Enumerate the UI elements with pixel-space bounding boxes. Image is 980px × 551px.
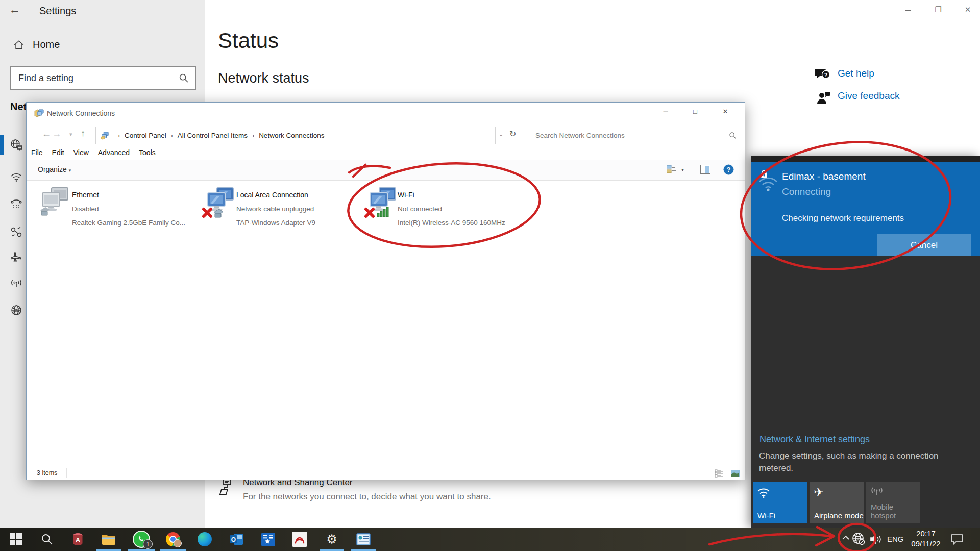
refresh-icon[interactable]: ↻: [509, 129, 516, 139]
tray-clock[interactable]: 20:17 09/11/22: [908, 529, 944, 549]
taskbar-control-panel-icon[interactable]: [348, 528, 379, 551]
svg-text:?: ?: [824, 72, 828, 78]
menu-view[interactable]: View: [74, 148, 89, 157]
give-feedback-icon: [816, 91, 831, 105]
settings-search-box: [10, 66, 196, 90]
menu-tools[interactable]: Tools: [139, 148, 156, 157]
flyout-top-strip: [751, 156, 980, 162]
cancel-button[interactable]: Cancel: [877, 234, 971, 256]
sidebar-item-home[interactable]: Home: [13, 39, 60, 51]
breadcrumb-all-items[interactable]: All Control Panel Items: [178, 132, 248, 139]
flyout-network-item[interactable]: Edimax - basement Connecting Checking ne…: [751, 162, 980, 256]
window-icon: [34, 108, 44, 118]
breadcrumb-control-panel[interactable]: Control Panel: [125, 132, 166, 139]
statusbar-divider: [66, 468, 67, 478]
sidebar-item-vpn-icon[interactable]: [10, 226, 23, 239]
settings-restore-button[interactable]: ❐: [923, 0, 953, 19]
taskbar-file-explorer-icon[interactable]: [93, 528, 125, 551]
window-maximize-button[interactable]: □: [682, 104, 708, 119]
window-title: Network Connections: [47, 109, 115, 117]
connection-ethernet[interactable]: Ethernet Disabled Realtek Gaming 2.5GbE …: [38, 184, 191, 235]
view-tiles-icon[interactable]: [667, 165, 677, 174]
nav-history-icon[interactable]: ▾: [69, 131, 72, 138]
whatsapp-active-indicator: [128, 549, 155, 551]
tile-label: Wi-Fi: [757, 511, 775, 520]
ethernet-adapter-icon: [38, 187, 71, 218]
tray-language[interactable]: ENG: [887, 535, 904, 543]
taskbar-outlook-icon[interactable]: O: [220, 528, 252, 551]
selected-item-accent: [0, 135, 4, 155]
settings-search-input[interactable]: [11, 73, 179, 84]
mobile-hotspot-tile[interactable]: Mobile hotspot: [866, 482, 920, 523]
settings-nav-heading: Net: [10, 101, 27, 113]
view-dropdown-icon[interactable]: ▾: [681, 167, 684, 172]
taskbar-settings-icon[interactable]: ⚙: [316, 528, 348, 551]
command-toolbar: Organize ▾ ▾: [27, 160, 745, 181]
get-help-icon: ?: [814, 67, 830, 82]
back-icon[interactable]: ←: [9, 3, 20, 16]
window-minimize-button[interactable]: ─: [653, 104, 678, 119]
give-feedback-link[interactable]: Give feedback: [838, 90, 899, 102]
sidebar-item-proxy-icon[interactable]: [10, 304, 23, 317]
taskbar-utility-app-icon[interactable]: [252, 528, 284, 551]
chevron-right-icon: ›: [171, 132, 173, 139]
flyout-detail: Checking network requirements: [782, 213, 904, 223]
wifi-tile[interactable]: Wi-Fi: [753, 482, 807, 523]
dropdown-icon: ▾: [69, 168, 71, 173]
wifi-icon: [757, 486, 770, 498]
settings-minimize-button[interactable]: ─: [893, 0, 923, 19]
sidebar-item-wifi-icon[interactable]: [10, 170, 23, 183]
taskbar-search-button[interactable]: [31, 528, 63, 551]
nav-up-icon[interactable]: ↑: [81, 128, 85, 139]
screen: ← Settings ─ ❐ ✕ Home Net: [0, 0, 980, 551]
address-dropdown-icon[interactable]: ⌄: [499, 131, 503, 138]
taskbar-access-icon[interactable]: A: [62, 528, 93, 551]
get-help-link[interactable]: Get help: [838, 68, 874, 79]
tray-volume-icon[interactable]: [870, 534, 883, 545]
connection-device: Intel(R) Wireless-AC 9560 160MHz: [398, 216, 505, 230]
tray-network-globe-icon[interactable]: [851, 532, 866, 546]
details-view-icon[interactable]: [715, 469, 724, 478]
connection-local-area[interactable]: Local Area Connection Network cable unpl…: [202, 184, 355, 235]
menu-advanced[interactable]: Advanced: [98, 148, 130, 157]
preview-pane-icon[interactable]: [700, 165, 710, 174]
airplane-mode-tile[interactable]: ✈ Airplane mode: [810, 482, 864, 523]
nav-forward-icon[interactable]: →: [52, 129, 61, 139]
network-sharing-center-icon: [219, 479, 237, 497]
connection-wifi[interactable]: Wi-Fi Not connected Intel(R) Wireless-AC…: [364, 184, 517, 235]
help-button[interactable]: ?: [723, 164, 734, 175]
taskbar-whatsapp-icon[interactable]: 1: [126, 528, 157, 551]
action-center-icon[interactable]: [950, 534, 964, 545]
network-internet-settings-link[interactable]: Network & Internet settings: [760, 434, 870, 445]
sidebar-item-dialup-icon[interactable]: [10, 197, 23, 210]
breadcrumb: › Control Panel › All Control Panel Item…: [95, 127, 496, 144]
breadcrumb-network-connections[interactable]: Network Connections: [259, 132, 324, 139]
connection-device: Realtek Gaming 2.5GbE Family Co...: [72, 216, 185, 230]
taskbar-edge-icon[interactable]: [189, 528, 220, 551]
menu-edit[interactable]: Edit: [52, 148, 64, 157]
taskbar-acrobat-icon[interactable]: [284, 528, 315, 551]
start-button[interactable]: [0, 528, 32, 551]
items-count: 3 items: [37, 469, 57, 477]
tray-expand-icon[interactable]: [841, 534, 850, 541]
sidebar-item-mobile-hotspot-icon[interactable]: [10, 277, 23, 290]
status-bar: 3 items: [27, 467, 745, 480]
organize-button[interactable]: Organize ▾: [38, 165, 71, 173]
explorer-search-input[interactable]: [529, 132, 729, 139]
sidebar-item-airplane-icon[interactable]: [10, 250, 23, 263]
chevron-right-icon: ›: [252, 132, 254, 139]
home-label: Home: [33, 39, 60, 51]
taskbar-chrome-icon[interactable]: [157, 528, 189, 551]
chevron-right-icon: ›: [118, 132, 120, 139]
menu-file[interactable]: File: [31, 148, 43, 157]
thumbnail-view-icon[interactable]: [730, 469, 741, 478]
window-close-button[interactable]: ✕: [713, 104, 738, 119]
connection-status: Not connected: [398, 202, 505, 216]
flyout-ssid: Edimax - basement: [782, 171, 866, 182]
sidebar-item-status-icon[interactable]: [10, 138, 23, 152]
connection-status: Network cable unplugged: [236, 202, 315, 216]
explorer-active-indicator: [96, 549, 121, 551]
nav-back-icon[interactable]: ←: [42, 129, 51, 139]
settings-close-button[interactable]: ✕: [953, 0, 980, 19]
window-titlebar[interactable]: [27, 103, 745, 124]
